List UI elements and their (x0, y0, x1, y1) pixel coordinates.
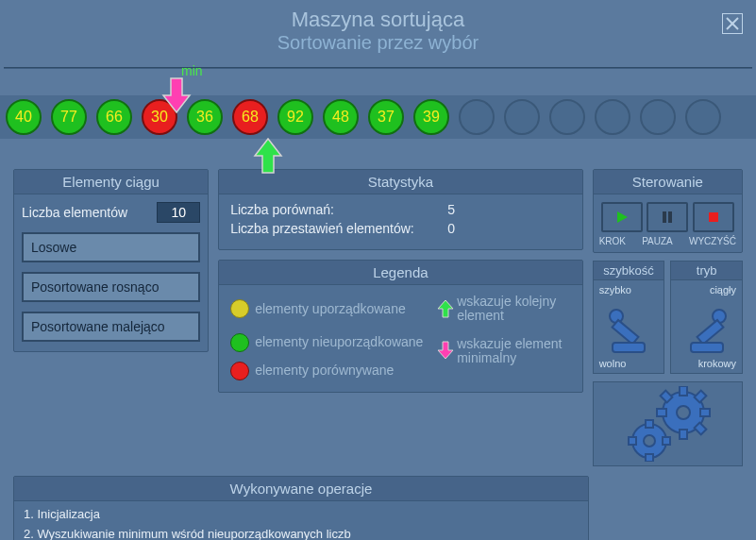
stats-row: Liczba przestawień elementów:0 (230, 221, 570, 236)
lever-icon (607, 307, 650, 356)
operations-panel: Wykonywane operacje 1. Inicjalizacja2. W… (13, 476, 589, 540)
speed-title: szybkość (594, 262, 664, 280)
step-label: KROK (599, 236, 626, 246)
lever-icon (685, 307, 729, 356)
clear-button[interactable] (693, 202, 734, 232)
stats-panel: Statystyka Liczba porównań:5Liczba przes… (218, 169, 582, 250)
svg-marker-4 (438, 300, 453, 317)
ball-strip: min 40776630366892483739 (0, 95, 756, 139)
svg-rect-15 (691, 343, 723, 352)
legend-title: Legenda (219, 261, 581, 285)
operation-line: 2. Wyszukiwanie minimum wśród nieuporząd… (24, 527, 579, 540)
svg-rect-20 (680, 386, 687, 396)
svg-rect-29 (663, 437, 670, 445)
gears-panel (593, 381, 743, 466)
svg-rect-11 (613, 320, 639, 345)
mode-top-label: ciągły (706, 282, 740, 297)
stop-icon (707, 211, 720, 224)
svg-rect-9 (709, 212, 718, 222)
legend-unsorted: elementy nieuporządkowane (255, 335, 434, 349)
ball: 77 (51, 99, 87, 135)
stats-row: Liczba porównań:5 (230, 202, 570, 217)
random-button[interactable]: Losowe (22, 232, 200, 262)
svg-rect-8 (668, 211, 672, 223)
mode-slider[interactable]: tryb ciągły krokowy (670, 261, 743, 374)
divider (4, 67, 752, 69)
pause-button[interactable] (647, 202, 688, 232)
legend-panel: Legenda elementy uporządkowane wskazuje … (218, 260, 582, 393)
ball-empty (685, 99, 721, 135)
svg-rect-23 (700, 409, 710, 416)
legend-next: wskazuje kolejny element (457, 295, 570, 324)
header: Maszyna sortująca Sortowanie przez wybór (0, 0, 756, 59)
ball-empty (549, 99, 585, 135)
arrow-up-icon (436, 299, 455, 318)
sorted-asc-button[interactable]: Posortowane rosnąco (22, 272, 200, 302)
pause-icon (661, 211, 674, 224)
control-title: Sterowanie (594, 170, 742, 194)
ball: 48 (323, 99, 359, 135)
step-button[interactable] (601, 202, 643, 232)
svg-point-19 (644, 435, 655, 447)
sorted-desc-button[interactable]: Posortowane malejąco (22, 312, 200, 342)
svg-marker-3 (255, 139, 281, 173)
ball: 92 (277, 99, 313, 135)
svg-rect-21 (680, 430, 687, 439)
control-panel: Sterowanie KROK PAUZA WYCZYŚĆ (593, 169, 743, 253)
ball: 68 (232, 99, 268, 135)
elements-panel: Elementy ciągu Liczba elementów 10 Losow… (13, 169, 209, 352)
ball: 39 (413, 99, 449, 135)
legend-dot-unsorted (230, 333, 249, 352)
svg-rect-30 (646, 454, 653, 462)
ball-empty (640, 99, 676, 135)
ball-empty (459, 99, 495, 135)
ball: 37 (368, 99, 404, 135)
stats-value: 0 (447, 221, 455, 236)
legend-dot-sorted (230, 299, 249, 318)
stats-label: Liczba przestawień elementów: (230, 221, 447, 236)
speed-top-label: szybko (596, 282, 635, 297)
play-icon (615, 211, 629, 224)
clear-label: WYCZYŚĆ (689, 236, 736, 246)
svg-rect-12 (613, 343, 645, 352)
count-label: Liczba elementów (22, 205, 127, 220)
stats-value: 5 (447, 202, 455, 217)
close-button[interactable] (722, 13, 743, 34)
pause-label: PAUZA (642, 236, 673, 246)
gears-icon (615, 386, 719, 462)
speed-bottom-label: wolno (596, 356, 630, 371)
svg-marker-6 (617, 211, 628, 223)
svg-rect-14 (697, 320, 723, 345)
arrow-down-min-icon (158, 76, 195, 114)
ball: 66 (96, 99, 132, 135)
svg-rect-7 (663, 211, 666, 223)
app-subtitle: Sortowanie przez wybór (0, 32, 756, 54)
ball-empty (504, 99, 540, 135)
mode-title: tryb (671, 262, 742, 280)
svg-rect-27 (646, 420, 653, 428)
operations-title: Wykonywane operacje (14, 477, 588, 501)
svg-marker-5 (438, 342, 453, 359)
legend-dot-compared (230, 362, 249, 380)
speed-slider[interactable]: szybkość szybko wolno (593, 261, 665, 374)
operation-line: 1. Inicjalizacja (24, 507, 579, 521)
stats-label: Liczba porównań: (230, 202, 447, 217)
legend-sorted: elementy uporządkowane (255, 302, 434, 316)
svg-rect-22 (657, 409, 666, 416)
svg-rect-28 (629, 437, 636, 445)
app-title: Maszyna sortująca (0, 8, 756, 32)
arrow-down-icon (436, 341, 455, 360)
elements-title: Elementy ciągu (14, 170, 208, 194)
legend-compared: elementy porównywane (255, 363, 434, 378)
ball-empty (595, 99, 630, 135)
mode-bottom-label: krokowy (695, 356, 740, 371)
close-icon (725, 16, 740, 31)
svg-point-17 (677, 406, 690, 419)
svg-marker-2 (163, 78, 190, 112)
legend-minimal: wskazuje element minimalny (457, 333, 570, 366)
count-input[interactable]: 10 (157, 202, 200, 223)
ball: 40 (6, 99, 42, 135)
arrow-up-current-icon (249, 137, 287, 175)
